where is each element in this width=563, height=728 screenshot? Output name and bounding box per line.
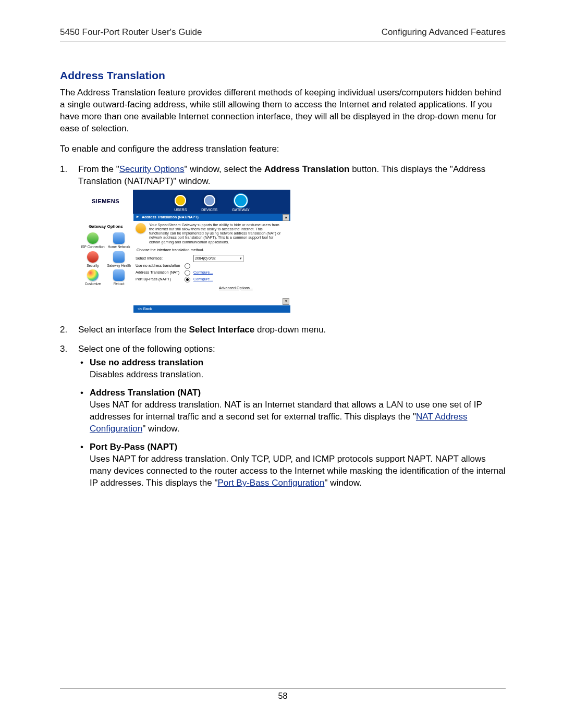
opt2-label: Address Translation (NAT): [136, 270, 182, 275]
option-nat-row: Address Translation (NAT) Configure...: [136, 270, 282, 276]
step-number: 3.: [60, 343, 78, 496]
step-2: 2. Select an interface from the Select I…: [60, 324, 506, 336]
tab-users[interactable]: USERS: [174, 195, 187, 212]
tab-devices-label: DEVICES: [201, 207, 217, 212]
steps-list: 1. From the "Security Options" window, s…: [60, 164, 506, 496]
page-footer: 58: [60, 688, 506, 701]
breadcrumb-icon: ▸: [137, 214, 139, 220]
bullet-nat: Address Translation (NAT) Uses NAT for a…: [78, 387, 506, 435]
select-interface-label: Select Interface:: [136, 256, 182, 261]
advanced-options-link[interactable]: Advanced Options...: [219, 286, 253, 291]
sidebar-item-customize[interactable]: Customize: [80, 269, 105, 286]
b1-title: Use no address translation: [90, 357, 203, 367]
tab-gateway[interactable]: GATEWAY: [232, 195, 250, 212]
document-page: 5450 Four-Port Router User's Guide Confi…: [0, 0, 563, 728]
option-napt-row: Port By-Pass (NAPT) Configure...: [136, 277, 282, 282]
top-tabs: USERS DEVICES GATEWAY: [133, 190, 290, 214]
step-1: 1. From the "Security Options" window, s…: [60, 164, 506, 317]
step2-post: drop-down menu.: [254, 325, 326, 335]
select-interface-dropdown[interactable]: 2684(0) 0/32 ▾: [193, 255, 243, 262]
step1-mid: " window, select the: [185, 164, 264, 174]
siemens-logo: SIEMENS: [78, 190, 133, 214]
b2-title: Address Translation (NAT): [90, 388, 201, 398]
step1-bold: Address Translation: [264, 164, 349, 174]
main-panel: Your SpeedStream Gateway supports the ab…: [133, 221, 290, 313]
page-header: 5450 Four-Port Router User's Guide Confi…: [60, 27, 506, 42]
customize-icon: [87, 269, 99, 281]
opt2-configure-link[interactable]: Configure...: [193, 270, 282, 275]
router-ui-screenshot: SIEMENS USERS DEVICES: [78, 190, 290, 313]
intro-paragraph: The Address Translation feature provides…: [60, 87, 506, 135]
opt3-configure-link[interactable]: Configure...: [193, 277, 282, 282]
security-icon: [87, 251, 99, 263]
header-right: Configuring Advanced Features: [382, 27, 506, 38]
isp-icon: [87, 232, 99, 244]
option-no-translation-row: Use no address translation: [136, 263, 282, 269]
translation-icon: [136, 223, 146, 233]
step2-pre: Select an interface from the: [78, 325, 189, 335]
isp-label: ISP Connection: [81, 245, 104, 249]
step-3: 3. Select one of the following options: …: [60, 343, 506, 496]
bullet-no-translation: Use no address translation Disables addr…: [78, 357, 506, 381]
b3-text2: " window.: [324, 478, 361, 488]
scroll-down-icon[interactable]: ▾: [283, 298, 289, 305]
sidebar-item-gateway-health[interactable]: Gateway Health: [106, 251, 131, 267]
bullet-napt: Port By-Pass (NAPT) Uses NAPT for addres…: [78, 441, 506, 489]
step3-text: Select one of the following options:: [78, 344, 215, 354]
gh-label: Gateway Health: [107, 264, 131, 267]
tab-gateway-label: GATEWAY: [232, 207, 250, 212]
select-interface-value: 2684(0) 0/32: [195, 256, 216, 261]
step-number: 2.: [60, 324, 78, 336]
page-number: 58: [278, 692, 288, 700]
sidebar: Gateway Options ISP Connection Home Netw…: [78, 221, 133, 313]
reboot-label: Reboot: [114, 282, 125, 286]
gateway-health-icon: [113, 251, 125, 263]
main-subheading: Choose the interface translation method.: [137, 248, 282, 253]
header-left: 5450 Four-Port Router User's Guide: [60, 27, 202, 38]
security-options-link[interactable]: Security Options: [119, 164, 185, 174]
sidebar-title: Gateway Options: [80, 224, 131, 230]
security-label: Security: [87, 264, 99, 267]
shot-top-bar: SIEMENS USERS DEVICES: [78, 190, 290, 214]
section-heading: Address Translation: [60, 69, 506, 82]
shot-body: Gateway Options ISP Connection Home Netw…: [78, 221, 290, 313]
b2-text2: " window.: [142, 424, 179, 434]
devices-icon: [204, 195, 215, 206]
sidebar-item-reboot[interactable]: Reboot: [106, 269, 131, 286]
chevron-down-icon: ▾: [240, 256, 242, 261]
tab-users-label: USERS: [174, 207, 187, 212]
home-label: Home Network: [108, 245, 130, 249]
opt3-radio[interactable]: [185, 277, 190, 282]
step1-pre: From the ": [78, 164, 119, 174]
b1-text: Disables address translation.: [90, 369, 203, 379]
gateway-icon: [235, 195, 247, 206]
tab-devices[interactable]: DEVICES: [201, 195, 217, 212]
sidebar-item-security[interactable]: Security: [80, 251, 105, 267]
scroll-up-icon[interactable]: ▴: [283, 214, 289, 221]
port-bypass-config-link[interactable]: Port By-Bass Configuration: [217, 478, 324, 488]
select-interface-row: Select Interface: 2684(0) 0/32 ▾: [136, 255, 282, 262]
breadcrumb-text: Address Translation (NAT/NAPT): [142, 215, 199, 219]
opt1-label: Use no address translation: [136, 263, 182, 268]
opt2-radio[interactable]: [185, 270, 190, 276]
sidebar-item-isp[interactable]: ISP Connection: [80, 232, 105, 249]
opt3-label: Port By-Pass (NAPT): [136, 277, 182, 282]
opt1-radio[interactable]: [185, 263, 190, 269]
b3-title: Port By-Pass (NAPT): [90, 442, 177, 452]
breadcrumb-bar: ▸ Address Translation (NAT/NAPT) ▴: [133, 214, 290, 221]
step2-bold: Select Interface: [189, 325, 255, 335]
users-icon: [175, 195, 186, 206]
customize-label: Customize: [85, 282, 101, 286]
main-description: Your SpeedStream Gateway supports the ab…: [149, 223, 282, 244]
options-bullets: Use no address translation Disables addr…: [78, 357, 506, 489]
step-number: 1.: [60, 164, 78, 317]
back-button[interactable]: << Back: [133, 305, 290, 313]
sidebar-item-home[interactable]: Home Network: [106, 232, 131, 249]
lead-paragraph: To enable and configure the address tran…: [60, 143, 506, 155]
reboot-icon: [113, 269, 125, 281]
home-icon: [113, 232, 125, 244]
